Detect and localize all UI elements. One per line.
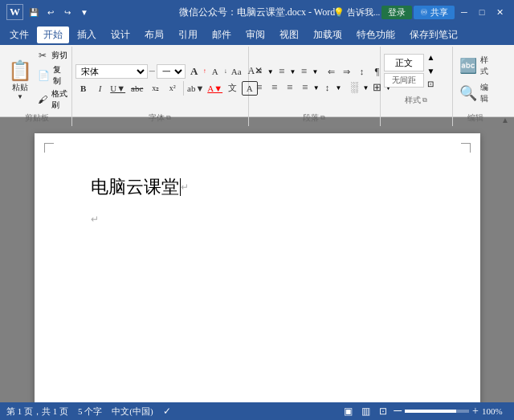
menu-savenote[interactable]: 保存到笔记 bbox=[403, 27, 464, 43]
decrease-font-arrow[interactable]: ↓ bbox=[224, 67, 227, 75]
multi-list-btn[interactable]: ≡ bbox=[297, 64, 312, 79]
align-left-btn[interactable]: ≡ bbox=[252, 80, 267, 95]
quick-access-buttons: 💾 ↩ ↪ ▼ bbox=[27, 5, 92, 19]
corner-tr bbox=[461, 143, 471, 153]
bullet-dropdown[interactable]: ▼ bbox=[267, 68, 274, 75]
document-page[interactable]: 电脑云课堂 ↵ ↵ bbox=[35, 133, 480, 402]
font-color-btn[interactable]: A▼ bbox=[206, 81, 224, 96]
menu-addins[interactable]: 加载项 bbox=[307, 27, 349, 43]
view-web-btn[interactable]: ⊡ bbox=[376, 405, 390, 418]
font-size-select[interactable]: 一 bbox=[157, 64, 186, 79]
strikethrough-btn[interactable]: abc bbox=[128, 81, 147, 96]
tell-me-btn[interactable]: 💡 告诉我... bbox=[333, 6, 380, 18]
justify-btn[interactable]: ≡ bbox=[298, 80, 312, 95]
increase-font-btn[interactable]: A bbox=[187, 64, 202, 79]
view-read-btn[interactable]: ▥ bbox=[358, 405, 373, 418]
align-center-btn[interactable]: ≡ bbox=[267, 80, 282, 95]
styles-more[interactable]: ⊡ bbox=[427, 80, 435, 88]
styles-panel: 正文 无间距 ▲ ▼ ⊡ bbox=[384, 48, 435, 93]
menu-home[interactable]: 开始 bbox=[37, 27, 69, 43]
decrease-indent-btn[interactable]: ⇐ bbox=[324, 64, 338, 79]
shading-btn[interactable]: ░ bbox=[348, 80, 362, 95]
menu-bar: 文件 开始 插入 设计 布局 引用 邮件 审阅 视图 加载项 特色功能 保存到笔… bbox=[0, 24, 514, 45]
highlight-btn[interactable]: ab▼ bbox=[186, 81, 206, 96]
zoom-plus-btn[interactable]: + bbox=[472, 405, 479, 418]
menu-file[interactable]: 文件 bbox=[3, 27, 35, 43]
align-dropdown[interactable]: ▼ bbox=[313, 84, 320, 92]
decrease-font-btn[interactable]: A bbox=[208, 64, 222, 79]
ribbon-collapse-btn[interactable]: ▲ bbox=[500, 47, 511, 126]
menu-mailings[interactable]: 邮件 bbox=[206, 27, 238, 43]
increase-font-arrow[interactable]: ↑ bbox=[203, 67, 206, 75]
menu-view[interactable]: 视图 bbox=[273, 27, 305, 43]
number-dropdown[interactable]: ▼ bbox=[290, 68, 296, 75]
login-btn[interactable]: 登录 bbox=[381, 6, 412, 19]
phonetic-btn[interactable]: 文 bbox=[225, 81, 241, 96]
view-layout-btn[interactable]: ▣ bbox=[341, 405, 355, 418]
shading-dropdown[interactable]: ▼ bbox=[363, 84, 369, 92]
content-text: 电脑云课堂 bbox=[91, 173, 179, 200]
zoom-percent[interactable]: 100% bbox=[482, 406, 508, 416]
customize-quick-btn[interactable]: ▼ bbox=[77, 5, 92, 19]
close-btn[interactable]: ✕ bbox=[492, 4, 508, 20]
styles-ribbon-btn[interactable]: 🔤 样式 bbox=[456, 53, 495, 79]
italic-btn[interactable]: I bbox=[92, 81, 108, 96]
copy-btn[interactable]: 📄 bbox=[35, 68, 51, 83]
save-quick-btn[interactable]: 💾 bbox=[27, 5, 41, 19]
content-line1: 电脑云课堂 ↵ bbox=[91, 173, 432, 200]
ribbon: 📋 粘贴 ▼ ✂ 剪切 📄 复制 🖌 bbox=[0, 45, 514, 117]
style-no-space[interactable]: 无间距 bbox=[384, 73, 424, 88]
format-painter-btn[interactable]: 🖌 bbox=[35, 92, 50, 107]
superscript-btn[interactable]: x² bbox=[165, 81, 181, 96]
para-row1: ≡ ▼ ≡ ▼ ≡ ▼ ⇐ ⇒ ↕ ¶ bbox=[252, 64, 392, 79]
style-normal[interactable]: 正文 bbox=[384, 54, 424, 71]
font-expand[interactable]: ⧉ bbox=[166, 114, 171, 122]
menu-layout[interactable]: 布局 bbox=[138, 27, 170, 43]
redo-quick-btn[interactable]: ↪ bbox=[60, 5, 75, 19]
sort-btn[interactable]: ↕ bbox=[354, 64, 369, 79]
bold-btn[interactable]: B bbox=[75, 81, 92, 96]
window-controls: 💡 告诉我... 登录 ♾ 共享 ─ □ ✕ bbox=[333, 4, 508, 20]
document-area[interactable]: 电脑云课堂 ↵ ↵ bbox=[0, 117, 514, 402]
styles-down[interactable]: ▼ bbox=[427, 67, 435, 75]
clipboard-group: 📋 粘贴 ▼ ✂ 剪切 📄 复制 🖌 bbox=[3, 47, 72, 126]
multi-dropdown[interactable]: ▼ bbox=[312, 68, 319, 75]
restore-btn[interactable]: □ bbox=[474, 4, 490, 20]
increase-indent-btn[interactable]: ⇒ bbox=[339, 64, 353, 79]
menu-review[interactable]: 审阅 bbox=[239, 27, 271, 43]
styles-up[interactable]: ▲ bbox=[427, 53, 435, 62]
styles-expand[interactable]: ⧉ bbox=[422, 96, 427, 104]
editing-btn[interactable]: 🔍 编辑 bbox=[456, 80, 495, 106]
bullet-list-btn[interactable]: ≡ bbox=[252, 64, 267, 79]
status-bar: 第 1 页，共 1 页 5 个字 中文(中国) ✓ ▣ ▥ ⊡ ─ + 100% bbox=[0, 402, 514, 420]
minimize-btn[interactable]: ─ bbox=[456, 4, 472, 20]
paste-btn[interactable]: 📋 粘贴 ▼ bbox=[6, 59, 34, 100]
format-painter-label: 格式刷 bbox=[51, 88, 68, 111]
word-count: 5 个字 bbox=[78, 406, 102, 418]
line-spacing-btn[interactable]: ↕ bbox=[320, 80, 335, 95]
change-case-btn[interactable]: Aa bbox=[229, 64, 244, 79]
paragraph-group: ≡ ▼ ≡ ▼ ≡ ▼ ⇐ ⇒ ↕ ¶ ≡ ≡ ≡ ≡ bbox=[249, 47, 381, 126]
align-right-btn[interactable]: ≡ bbox=[283, 80, 297, 95]
share-btn[interactable]: ♾ 共享 bbox=[414, 6, 455, 19]
cut-btn[interactable]: ✂ bbox=[35, 48, 50, 63]
font-name-select[interactable]: 宋体 bbox=[75, 64, 148, 79]
menu-design[interactable]: 设计 bbox=[104, 27, 137, 43]
styles-label: 样式 ⧉ bbox=[384, 95, 449, 107]
paragraph-expand[interactable]: ⧉ bbox=[320, 114, 325, 122]
status-right: ▣ ▥ ⊡ ─ + 100% bbox=[341, 405, 508, 418]
corner-tl bbox=[44, 143, 54, 153]
menu-references[interactable]: 引用 bbox=[172, 27, 204, 43]
subscript-btn[interactable]: x₂ bbox=[148, 81, 164, 96]
menu-insert[interactable]: 插入 bbox=[71, 27, 103, 43]
zoom-slider[interactable] bbox=[405, 410, 469, 413]
zoom-minus-btn[interactable]: ─ bbox=[394, 405, 402, 418]
number-list-btn[interactable]: ≡ bbox=[275, 64, 289, 79]
menu-special[interactable]: 特色功能 bbox=[350, 27, 402, 43]
font-row1: 宋体 ─ 一 A ↑ A ↓ Aa A✕ bbox=[75, 64, 266, 79]
undo-quick-btn[interactable]: ↩ bbox=[43, 5, 58, 19]
language-btn[interactable]: 中文(中国) bbox=[112, 406, 153, 418]
document-content[interactable]: 电脑云课堂 ↵ ↵ bbox=[91, 173, 432, 230]
underline-btn[interactable]: U▼ bbox=[109, 81, 127, 96]
spacing-dropdown[interactable]: ▼ bbox=[336, 84, 342, 92]
